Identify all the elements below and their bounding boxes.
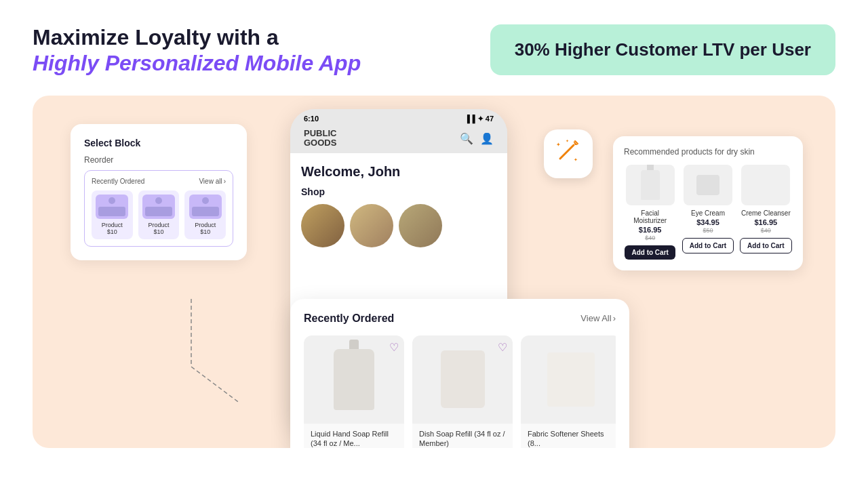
public-goods-logo: PUBLIC GOODS <box>304 129 336 148</box>
magic-wand-button[interactable]: ✦ ✦ ✦ <box>544 129 593 178</box>
svg-text:✦: ✦ <box>574 157 578 162</box>
search-icon[interactable]: 🔍 <box>460 132 473 145</box>
headline-line2: Highly Personalized Mobile App <box>33 50 361 76</box>
rec-product-img-3 <box>741 165 790 205</box>
ro-panel-product-img-2: ♡ <box>412 336 513 424</box>
list-item: Product $10 <box>184 190 226 239</box>
ro-product-img-3 <box>189 195 222 219</box>
ro-product-price-1: $10 <box>107 228 117 235</box>
recently-ordered-panel: Recently Ordered View All › ♡ Liquid Han… <box>290 299 629 448</box>
svg-text:✦: ✦ <box>566 139 569 143</box>
list-item: Product $10 <box>92 190 133 239</box>
ro-mini-header: Recently Ordered View all › <box>92 178 226 185</box>
fabric-package-image <box>547 352 595 407</box>
ltv-badge: 30% Higher Customer LTV per User <box>490 24 835 75</box>
ro-panel-header: Recently Ordered View All › <box>304 312 616 325</box>
headline-line1: Maximize Loyalty with a <box>33 24 361 50</box>
shop-circle-2[interactable] <box>350 204 393 247</box>
moisturizer-image <box>641 170 660 200</box>
user-icon[interactable]: 👤 <box>480 132 494 145</box>
list-item: Fabric Softener Sheets (8... $ 7.95 <box>521 336 616 448</box>
recommended-card: Recommended products for dry skin Facial… <box>613 136 803 270</box>
rec-product-name-2: Eye Cream <box>691 209 725 217</box>
headline-block: Maximize Loyalty with a Highly Personali… <box>33 24 361 77</box>
phone-time: 6:10 <box>304 115 319 123</box>
ro-product-name-3: Product <box>195 222 216 228</box>
rec-product-img-1 <box>626 165 675 205</box>
dish-soap-image <box>441 350 485 408</box>
ro-mini-products: Product $10 Product $10 Product $10 <box>92 190 226 239</box>
hand-soap-image <box>334 349 374 410</box>
phone-welcome: Welcome, John <box>301 164 496 180</box>
cleanser-image <box>757 169 774 201</box>
ro-panel-product-name-1: Liquid Hand Soap Refill (34 fl oz / Me..… <box>311 429 397 448</box>
list-item: Facial Moisturizer $16.95 $40 Add to Car… <box>624 165 676 260</box>
phone-status-icons: ▐▐ ✦ 47 <box>465 115 494 123</box>
list-item: Creme Cleanser $16.95 $40 Add to Cart <box>740 165 792 260</box>
rec-product-img-2 <box>684 165 732 205</box>
shop-circle-3[interactable] <box>399 204 442 247</box>
ro-panel-product-img-1: ♡ <box>304 336 404 424</box>
phone-shop-circles <box>301 204 496 247</box>
rec-product-price-1: $16.95 <box>639 226 662 234</box>
list-item: ♡ Dish Soap Refill (34 fl oz / Member) $… <box>412 336 513 448</box>
magic-wand-icon: ✦ ✦ ✦ <box>555 137 582 170</box>
rec-product-old-price-3: $40 <box>761 227 771 234</box>
ro-panel-title: Recently Ordered <box>304 312 394 325</box>
ro-mini-label: Recently Ordered <box>92 178 144 185</box>
eye-cream-image <box>696 175 719 195</box>
ro-panel-view-all[interactable]: View All › <box>580 313 616 323</box>
ro-mini-view-all[interactable]: View all › <box>199 178 226 185</box>
phone-status-bar: 6:10 ▐▐ ✦ 47 <box>290 109 507 126</box>
add-to-cart-button-1[interactable]: Add to Cart <box>625 245 675 260</box>
rec-product-name-1: Facial Moisturizer <box>624 209 676 224</box>
shop-circle-1[interactable] <box>301 204 344 247</box>
select-block-title: Select Block <box>84 138 233 148</box>
phone-shop-label: Shop <box>301 186 496 197</box>
ro-product-img-1 <box>96 195 128 219</box>
phone-nav-icons: 🔍 👤 <box>460 132 494 145</box>
add-to-cart-button-3[interactable]: Add to Cart <box>740 238 791 253</box>
ro-panel-product-name-3: Fabric Softener Sheets (8... <box>528 429 614 448</box>
ro-product-price-3: $10 <box>200 228 210 235</box>
svg-text:✦: ✦ <box>556 142 561 148</box>
select-block-card: Select Block Reorder Recently Ordered Vi… <box>71 124 247 260</box>
reorder-label: Reorder <box>84 155 233 165</box>
rec-product-name-3: Creme Cleanser <box>741 209 791 217</box>
rec-product-price-3: $16.95 <box>754 218 777 226</box>
rec-product-price-2: $34.95 <box>696 218 719 226</box>
header: Maximize Loyalty with a Highly Personali… <box>33 24 835 77</box>
ro-panel-product-info-1: Liquid Hand Soap Refill (34 fl oz / Me..… <box>304 424 404 448</box>
rec-product-old-price-1: $40 <box>645 235 655 241</box>
ro-panel-product-info-3: Fabric Softener Sheets (8... $ 7.95 <box>521 424 616 448</box>
rec-products: Facial Moisturizer $16.95 $40 Add to Car… <box>624 165 792 260</box>
main-area: Select Block Reorder Recently Ordered Vi… <box>33 96 835 448</box>
phone-nav: PUBLIC GOODS 🔍 👤 <box>290 126 507 154</box>
ro-panel-product-img-3 <box>521 336 616 424</box>
heart-icon[interactable]: ♡ <box>498 341 507 354</box>
recently-ordered-mini: Recently Ordered View all › Product $10 <box>84 170 233 247</box>
ro-panel-product-name-2: Dish Soap Refill (34 fl oz / Member) <box>419 429 506 448</box>
add-to-cart-button-2[interactable]: Add to Cart <box>682 238 734 253</box>
list-item: ♡ Liquid Hand Soap Refill (34 fl oz / Me… <box>304 336 404 448</box>
ro-product-price-2: $10 <box>153 228 163 235</box>
ro-product-name-2: Product <box>148 222 169 228</box>
list-item: Eye Cream $34.95 $50 Add to Cart <box>682 165 734 260</box>
svg-line-0 <box>560 145 574 159</box>
page: Maximize Loyalty with a Highly Personali… <box>0 0 868 488</box>
heart-icon[interactable]: ♡ <box>389 341 399 354</box>
dashed-arrow <box>157 299 239 421</box>
list-item: Product $10 <box>138 190 180 239</box>
rec-product-old-price-2: $50 <box>703 227 713 234</box>
ro-product-name-1: Product <box>102 222 123 228</box>
ro-panel-product-info-2: Dish Soap Refill (34 fl oz / Member) $ 9… <box>412 424 513 448</box>
ro-panel-products: ♡ Liquid Hand Soap Refill (34 fl oz / Me… <box>304 336 616 448</box>
ro-product-img-2 <box>142 195 175 219</box>
rec-title: Recommended products for dry skin <box>624 147 792 157</box>
